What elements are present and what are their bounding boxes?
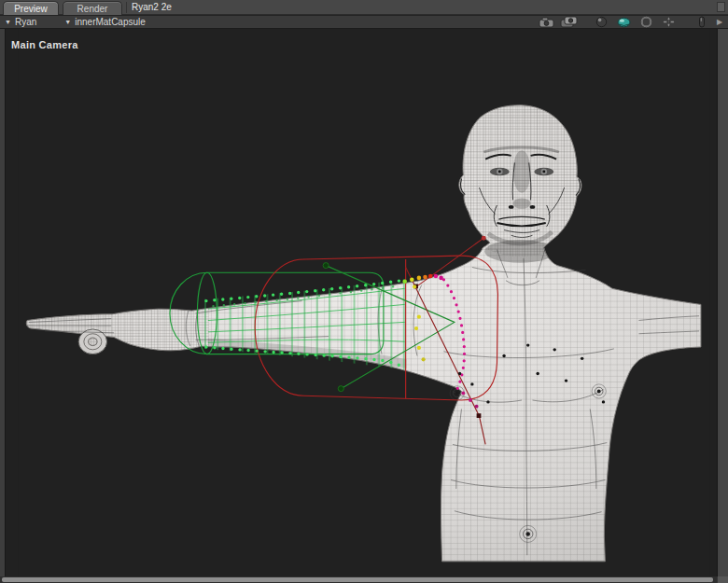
node-dropdown-label: innerMatCapsule bbox=[75, 17, 146, 27]
application-window: Preview Render Ryan2 2e ▼ Ryan ▼ innerMa… bbox=[0, 0, 728, 583]
right-scrollbar-track[interactable] bbox=[717, 29, 728, 576]
left-scrollbar-track[interactable] bbox=[0, 29, 6, 576]
camera-label: Main Camera bbox=[11, 39, 78, 50]
figure-dropdown-label: Ryan bbox=[15, 17, 36, 27]
expand-arrow-icon[interactable]: ▶ bbox=[715, 16, 724, 28]
document-title: Ryan2 2e bbox=[132, 2, 172, 12]
tab-separator bbox=[126, 2, 127, 13]
dropdown-arrow-icon: ▼ bbox=[64, 19, 71, 25]
horizontal-scrollbar-track[interactable] bbox=[0, 576, 728, 583]
capsule-icon[interactable] bbox=[693, 16, 710, 28]
tab-render[interactable]: Render bbox=[63, 1, 122, 15]
move-tool-icon[interactable] bbox=[660, 16, 678, 28]
viewport-tool-icons: ▶ bbox=[538, 16, 724, 28]
thumb-knob bbox=[78, 329, 106, 354]
node-dropdown[interactable]: ▼ innerMatCapsule bbox=[64, 16, 146, 29]
ring-icon[interactable] bbox=[637, 16, 655, 28]
horizontal-scrollbar-thumb[interactable] bbox=[2, 577, 713, 582]
dark-sphere-icon[interactable] bbox=[593, 16, 610, 28]
tabbar-scroll-box[interactable] bbox=[717, 2, 725, 12]
tab-preview[interactable]: Preview bbox=[3, 1, 59, 15]
shaded-sphere-icon[interactable] bbox=[615, 16, 633, 28]
camera-icon[interactable] bbox=[538, 16, 555, 28]
dropdown-arrow-icon: ▼ bbox=[5, 19, 11, 25]
camera-view-icon[interactable] bbox=[560, 16, 578, 28]
figure-dropdown[interactable]: ▼ Ryan bbox=[5, 16, 36, 29]
viewport-3d-scene bbox=[0, 29, 728, 576]
tab-bar: Preview Render Ryan2 2e bbox=[0, 0, 728, 15]
viewport-toolbar: ▼ Ryan ▼ innerMatCapsule bbox=[0, 16, 728, 29]
scrollbar-corner bbox=[717, 576, 728, 583]
